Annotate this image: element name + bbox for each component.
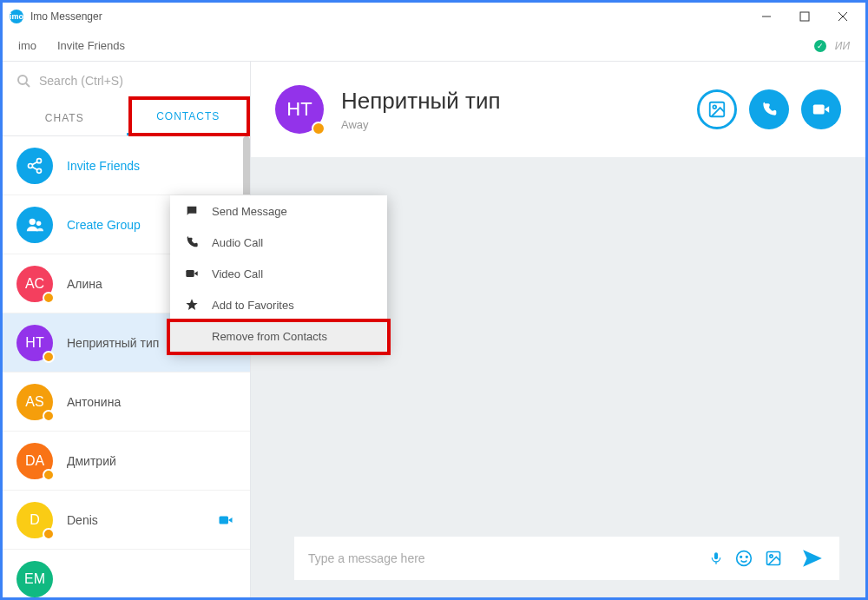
sidebar-item-label: Invite Friends: [67, 159, 140, 173]
video-icon[interactable]: [215, 512, 236, 528]
search-placeholder: Search (Ctrl+S): [39, 74, 123, 88]
conversation-header: HT Непритный тип Away: [251, 62, 865, 157]
ctx-item-label: Audio Call: [212, 236, 263, 249]
svg-rect-25: [186, 270, 194, 277]
conversation-avatar[interactable]: HT: [275, 85, 324, 134]
away-badge-icon: [43, 469, 55, 481]
attach-image-icon[interactable]: [765, 550, 782, 567]
contact-name: Алина: [67, 277, 102, 291]
menu-invite-friends[interactable]: Invite Friends: [57, 39, 125, 52]
ctx-item-label: Send Message: [212, 205, 287, 218]
sidebar-item-invite-friends[interactable]: Invite Friends: [3, 136, 250, 195]
maximize-button[interactable]: [786, 3, 824, 30]
svg-point-4: [18, 76, 27, 84]
avatar: EM: [16, 561, 53, 597]
avatar-initials: HT: [286, 98, 312, 121]
contact-row[interactable]: DDenis: [3, 491, 250, 550]
ctx-item-star[interactable]: Add to Favorites: [170, 289, 387, 320]
emoji-icon[interactable]: [735, 550, 753, 567]
message-icon: [184, 204, 200, 218]
svg-point-8: [37, 168, 42, 173]
phone-icon: [760, 101, 778, 118]
conversation-name: Непритный тип: [341, 88, 501, 115]
context-menu: Send MessageAudio CallVideo CallAdd to F…: [170, 195, 387, 352]
svg-point-21: [740, 557, 742, 558]
away-badge-icon: [43, 292, 55, 304]
mic-icon[interactable]: [709, 550, 723, 567]
close-icon: [838, 11, 848, 22]
ctx-item-label: Remove from Contacts: [212, 330, 327, 343]
ctx-item-remove[interactable]: Remove from Contacts: [170, 320, 387, 352]
ctx-item-phone[interactable]: Audio Call: [170, 227, 387, 258]
svg-point-12: [36, 221, 42, 225]
contact-row[interactable]: ASАнтонина: [3, 373, 250, 432]
message-input[interactable]: Type a message here: [294, 537, 839, 580]
ctx-item-label: Add to Favorites: [212, 299, 294, 312]
svg-point-6: [37, 158, 42, 162]
video-icon: [812, 100, 831, 119]
away-badge-icon: [43, 528, 55, 540]
ctx-item-label: Video Call: [212, 267, 263, 280]
tab-chats[interactable]: CHATS: [3, 100, 127, 135]
contact-name: Дмитрий: [67, 454, 116, 468]
presence-dot-icon: ✓: [814, 40, 826, 52]
phone-icon: [184, 235, 200, 249]
avatar: HT: [16, 325, 53, 361]
window-title: Imo Messenger: [30, 10, 102, 23]
contact-name: Антонина: [67, 395, 121, 409]
svg-line-5: [26, 83, 30, 87]
svg-rect-15: [220, 516, 229, 524]
avatar: AC: [16, 266, 53, 302]
conversation-status: Away: [341, 118, 501, 131]
image-icon: [707, 100, 727, 119]
group-icon: [16, 207, 53, 243]
menubar: imo Invite Friends ✓ ИИ: [3, 30, 865, 62]
contact-name: Неприятный тип: [67, 336, 159, 350]
svg-rect-19: [714, 552, 718, 559]
avatar: DA: [16, 443, 53, 479]
app-window: imo Imo Messenger imo Invite Friends ✓ И…: [0, 0, 868, 600]
contact-name: Denis: [67, 513, 98, 527]
close-button[interactable]: [824, 3, 862, 30]
gallery-button[interactable]: [697, 89, 737, 129]
svg-line-10: [32, 167, 37, 169]
search-icon: [16, 74, 30, 88]
compose-placeholder: Type a message here: [308, 551, 425, 565]
contact-row[interactable]: EM: [3, 550, 250, 597]
titlebar: imo Imo Messenger: [3, 3, 865, 30]
svg-rect-18: [813, 105, 825, 115]
tabs: CHATS CONTACTS: [3, 100, 250, 136]
user-initials[interactable]: ИИ: [835, 40, 850, 52]
search-input[interactable]: Search (Ctrl+S): [3, 62, 250, 100]
app-icon: imo: [10, 10, 23, 23]
contact-row[interactable]: DAДмитрий: [3, 432, 250, 491]
send-button[interactable]: [799, 547, 825, 570]
star-icon: [184, 298, 200, 312]
away-badge-icon: [43, 351, 55, 363]
ctx-item-video[interactable]: Video Call: [170, 258, 387, 289]
svg-point-24: [770, 555, 773, 557]
ctx-item-message[interactable]: Send Message: [170, 195, 387, 227]
video-call-button[interactable]: [801, 89, 841, 129]
svg-point-7: [29, 163, 33, 168]
avatar: D: [16, 502, 53, 538]
minimize-icon: [761, 11, 772, 22]
away-badge-icon: [312, 122, 326, 135]
avatar: AS: [16, 384, 53, 420]
svg-point-22: [746, 557, 748, 558]
audio-call-button[interactable]: [749, 89, 789, 129]
menu-app[interactable]: imo: [18, 39, 36, 52]
app-body: Search (Ctrl+S) CHATS CONTACTS Invite Fr…: [3, 62, 865, 597]
video-icon: [184, 267, 200, 280]
svg-point-11: [30, 218, 36, 224]
share-icon: [16, 148, 53, 184]
svg-point-17: [713, 105, 716, 109]
svg-point-20: [737, 551, 752, 566]
minimize-button[interactable]: [747, 3, 786, 30]
away-badge-icon: [43, 410, 55, 422]
tab-contacts[interactable]: CONTACTS: [127, 100, 251, 135]
sidebar-item-label: Create Group: [67, 218, 141, 232]
maximize-icon: [799, 11, 810, 22]
svg-rect-1: [800, 12, 809, 21]
svg-line-9: [32, 162, 37, 164]
